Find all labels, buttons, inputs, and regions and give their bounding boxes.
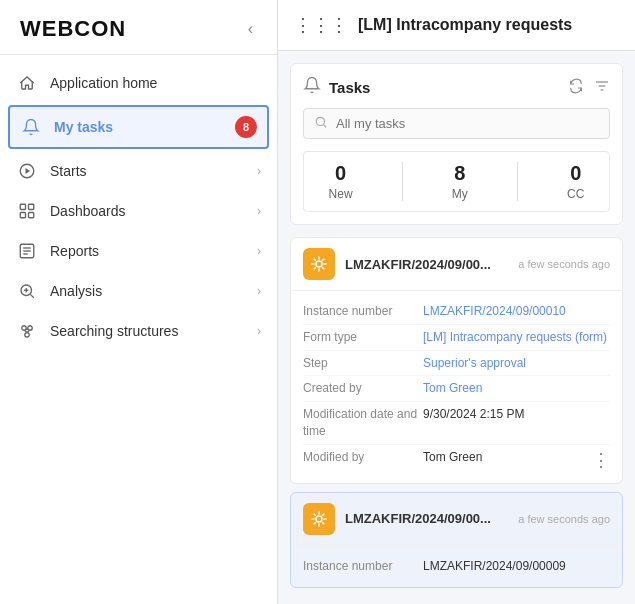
sidebar-item-label: Searching structures — [50, 323, 257, 339]
bell-icon — [20, 118, 42, 136]
item-app-icon — [303, 503, 335, 535]
search-struct-icon — [16, 322, 38, 340]
detail-value: Superior's approval — [423, 355, 610, 372]
svg-point-23 — [316, 117, 324, 125]
chevron-right-icon: › — [257, 324, 261, 338]
play-icon — [16, 162, 38, 180]
items-list: LMZAKFIR/2024/09/00... a few seconds ago… — [290, 237, 623, 588]
sidebar-item-my-tasks[interactable]: My tasks 8 — [8, 105, 269, 149]
svg-line-11 — [30, 294, 33, 297]
chevron-right-icon: › — [257, 284, 261, 298]
sidebar-item-label: Reports — [50, 243, 257, 259]
chevron-right-icon: › — [257, 244, 261, 258]
detail-label: Modified by — [303, 449, 423, 471]
detail-row: Modification date and time 9/30/2024 2:1… — [303, 402, 610, 445]
tasks-title: Tasks — [329, 79, 370, 96]
count-new: 0 New — [329, 162, 353, 201]
sidebar-item-dashboards[interactable]: Dashboards › — [0, 191, 277, 231]
filter-icon[interactable] — [594, 78, 610, 97]
svg-line-39 — [314, 513, 316, 515]
item-header: LMZAKFIR/2024/09/00... a few seconds ago — [291, 493, 622, 546]
bell-tasks-icon — [303, 76, 321, 98]
reports-icon — [16, 242, 38, 260]
sidebar-item-starts[interactable]: Starts › — [0, 151, 277, 191]
detail-row: Modified by Tom Green ⋮ — [303, 445, 610, 475]
svg-line-40 — [322, 522, 324, 524]
refresh-icon[interactable] — [568, 78, 584, 97]
detail-row: Created by Tom Green — [303, 376, 610, 402]
count-my: 8 My — [452, 162, 468, 201]
sidebar-item-searching[interactable]: Searching structures › — [0, 311, 277, 351]
svg-rect-5 — [29, 213, 34, 218]
tasks-actions — [568, 78, 610, 97]
sidebar-item-app-home[interactable]: Application home — [0, 63, 277, 103]
sidebar-item-reports[interactable]: Reports › — [0, 231, 277, 271]
context-menu-button[interactable]: ⋮ — [592, 449, 610, 471]
search-icon — [314, 115, 328, 132]
tasks-panel: Tasks — [290, 63, 623, 225]
list-item[interactable]: LMZAKFIR/2024/09/00... a few seconds ago… — [290, 492, 623, 588]
detail-value: LMZAKFIR/2024/09/00010 — [423, 303, 610, 320]
svg-point-16 — [25, 333, 30, 338]
item-title: LMZAKFIR/2024/09/00... — [345, 511, 508, 526]
detail-value: Tom Green — [423, 449, 592, 471]
analysis-icon — [16, 282, 38, 300]
svg-line-24 — [324, 125, 327, 128]
sidebar-item-analysis[interactable]: Analysis › — [0, 271, 277, 311]
tasks-header: Tasks — [303, 76, 610, 98]
list-item[interactable]: LMZAKFIR/2024/09/00... a few seconds ago… — [290, 237, 623, 484]
item-details: Instance number LMZAKFIR/2024/09/00009 — [291, 546, 622, 587]
count-new-value: 0 — [335, 162, 346, 185]
detail-row: Instance number LMZAKFIR/2024/09/00010 — [303, 299, 610, 325]
my-tasks-badge: 8 — [235, 116, 257, 138]
sidebar: WEBCON ‹ Application home My tasks 8 — [0, 0, 278, 604]
item-time: a few seconds ago — [518, 513, 610, 525]
detail-value: [LM] Intracompany requests (form) — [423, 329, 610, 346]
svg-rect-4 — [20, 213, 25, 218]
item-app-icon — [303, 248, 335, 280]
detail-label: Created by — [303, 380, 423, 397]
svg-point-15 — [28, 326, 33, 331]
search-input[interactable] — [336, 116, 599, 131]
main-content: ⋮⋮⋮ [LM] Intracompany requests Tasks — [278, 0, 635, 604]
sidebar-nav: Application home My tasks 8 Starts › — [0, 55, 277, 604]
detail-label: Step — [303, 355, 423, 372]
count-divider — [402, 162, 403, 201]
search-bar[interactable] — [303, 108, 610, 139]
main-title: [LM] Intracompany requests — [358, 16, 572, 34]
grid-icon: ⋮⋮⋮ — [294, 14, 348, 36]
logo: WEBCON — [20, 16, 126, 42]
detail-label: Instance number — [303, 558, 423, 575]
detail-value: 9/30/2024 2:15 PM — [423, 406, 610, 440]
count-divider2 — [517, 162, 518, 201]
count-cc: 0 CC — [567, 162, 584, 201]
item-time: a few seconds ago — [518, 258, 610, 270]
detail-value: Tom Green — [423, 380, 610, 397]
svg-line-19 — [27, 330, 29, 333]
sidebar-item-label: Analysis — [50, 283, 257, 299]
sidebar-item-label: Starts — [50, 163, 257, 179]
sidebar-item-label: Dashboards — [50, 203, 257, 219]
detail-label: Form type — [303, 329, 423, 346]
detail-row: Form type [LM] Intracompany requests (fo… — [303, 325, 610, 351]
count-cc-value: 0 — [570, 162, 581, 185]
main-header: ⋮⋮⋮ [LM] Intracompany requests — [278, 0, 635, 51]
chevron-right-icon: › — [257, 204, 261, 218]
svg-line-32 — [314, 267, 316, 269]
svg-rect-2 — [20, 204, 25, 209]
collapse-button[interactable]: ‹ — [244, 16, 257, 42]
svg-point-25 — [316, 261, 322, 267]
svg-line-30 — [314, 259, 316, 261]
svg-marker-1 — [26, 168, 31, 174]
sidebar-item-label: My tasks — [54, 119, 235, 135]
home-icon — [16, 74, 38, 92]
task-counts: 0 New 8 My 0 CC — [303, 151, 610, 212]
count-cc-label: CC — [567, 187, 584, 201]
svg-line-33 — [322, 259, 324, 261]
svg-line-42 — [322, 513, 324, 515]
svg-rect-3 — [29, 204, 34, 209]
detail-row: Step Superior's approval — [303, 351, 610, 377]
item-details: Instance number LMZAKFIR/2024/09/00010 F… — [291, 291, 622, 483]
item-header: LMZAKFIR/2024/09/00... a few seconds ago — [291, 238, 622, 291]
detail-label: Modification date and time — [303, 406, 423, 440]
